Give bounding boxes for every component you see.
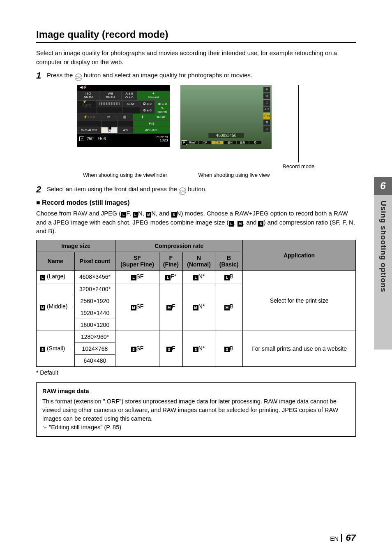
vf-ratio: 4:3 (118, 127, 134, 133)
lv-recordmode-strip: RAW ▢F ▢N ▨N ▨N ✪ (186, 140, 261, 146)
th-b: B (Basic) (215, 252, 243, 271)
lv-side-icons: ≋ ⚙ □ 4:3 ▢N ♻ ☺ (263, 87, 271, 147)
record-mode-arrow-label: Record mode (282, 163, 314, 169)
step-1-text-b: button and select an image quality for p… (84, 72, 252, 79)
row-m-px4: 1600×1200 (74, 319, 115, 331)
vf-natural: ✦ Natural (137, 91, 170, 100)
vf-blank5 (101, 120, 118, 127)
row-s-px3: 640×480 (74, 354, 115, 366)
step-2-text-a: Select an item using the front dial and … (47, 185, 179, 192)
vf-aelafl: AEL/AFL (134, 127, 170, 133)
vf-flash-auto: ⚡AUTO (77, 101, 97, 107)
lv-side-icon: 4:3 (263, 107, 270, 112)
record-mode-pointer: Record mode (282, 85, 314, 169)
th-compression: Compression rate (115, 240, 243, 252)
row-s-px1: 1280×960* (74, 331, 115, 343)
vf-blank6 (118, 120, 134, 127)
page-heading: Image quality (record mode) (36, 29, 356, 43)
cell-m-b: MB (215, 283, 243, 331)
row-large-px: 4608×3456* (74, 271, 115, 283)
vf-meter (97, 101, 123, 107)
lv-side-icon: ♻ (263, 120, 270, 125)
lv-chip: RAW (186, 141, 198, 144)
step-2-text-b: button. (188, 185, 207, 192)
vf-shutter: 250 (87, 137, 94, 141)
size-icon-l: L (121, 212, 126, 218)
vf-card: ▧ (117, 114, 133, 120)
vf-blank4 (77, 120, 101, 127)
th-name: Name (37, 252, 75, 271)
vf-blank2 (97, 107, 123, 113)
screenshots-row: ◀⚡ ISO AUTO WB AUTO A ± 0G ± 0 ✦ Natural… (36, 85, 356, 169)
row-large-name: L (Large) (37, 271, 75, 283)
vf-norm: ✎NORM (155, 107, 170, 113)
th-n: N (Normal) (182, 252, 215, 271)
chapter-number: 6 (374, 177, 392, 195)
vf-single: ▭ (101, 114, 117, 120)
caption-viewfinder: When shooting using the viewfinder (79, 172, 171, 179)
row-s-px2: 1024×768 (74, 343, 115, 354)
vf-info: ℹ (133, 114, 152, 120)
vf-recordmode-cell: L▢NN (101, 127, 118, 133)
cell-l-f: LF* (159, 271, 182, 283)
cell-s-n: SN* (182, 331, 215, 366)
th-application: Application (243, 240, 356, 271)
ok-icon: OK (75, 74, 82, 81)
vf-iso: ISO AUTO (77, 91, 99, 100)
raw-box-body: This format (extension ".ORF") stores un… (42, 398, 338, 422)
cell-l-b: LB (215, 271, 243, 283)
caption-liveview: When shooting using live view (188, 172, 280, 179)
row-small-name: S (Small) (37, 331, 75, 366)
liveview-panel: ≋ ⚙ □ 4:3 ▢N ♻ ☺ 4608x3456 P RAW ▢F ▢N ▨… (180, 85, 272, 149)
chapter-title: Using shooting options (379, 201, 387, 292)
lv-side-icon-active: ▢N (263, 113, 270, 119)
vf-ev: ⚙ ± 0 (140, 107, 155, 113)
cell-m-n: MN* (182, 283, 215, 331)
raw-info-box: RAW image data This format (extension ".… (36, 382, 356, 437)
lv-resolution-label: 4608x3456 (209, 133, 244, 138)
lv-chip: ▨N (237, 141, 249, 144)
cell-s-b: SB (215, 331, 243, 366)
lv-chip: ▨N (224, 141, 236, 144)
vf-flashcomp: ⚡± 0.0 (77, 114, 101, 120)
app-print: Select for the print size (243, 271, 356, 331)
lv-side-icon: ≋ (263, 87, 270, 93)
vf-shots: 1023 (157, 139, 168, 142)
step-number-2: 2 (36, 185, 47, 194)
intro-paragraph: Select an image quality for photographs … (36, 49, 356, 67)
record-mode-table: Image size Compression rate Application … (36, 240, 356, 367)
record-modes-intro: Choose from RAW and JPEG (LF, LN, MN, an… (36, 209, 356, 236)
vf-srgb: sRGB (152, 114, 170, 120)
viewfinder-panel: ◀⚡ ISO AUTO WB AUTO A ± 0G ± 0 ✦ Natural… (77, 85, 170, 147)
vf-blank3 (122, 107, 140, 113)
footer-lang: EN (330, 535, 339, 542)
th-f: F (Fine) (159, 252, 182, 271)
chapter-side-tab: 6 Using shooting options (374, 177, 392, 350)
vf-wb: WB AUTO (99, 91, 122, 100)
step-1: 1 Press the OK button and select an imag… (36, 71, 356, 81)
default-footnote: * Default (36, 369, 356, 376)
lv-side-icon: □ (263, 100, 270, 106)
row-middle-name: M (Middle) (37, 283, 75, 331)
page-footer: EN67 (330, 533, 356, 543)
footer-page-number: 67 (346, 533, 356, 543)
raw-box-link: "Editing still images" (P. 85) (47, 424, 121, 431)
vf-fn1: Fn1 (134, 120, 170, 127)
vf-s0: ✪ ± 0 (140, 101, 155, 107)
vf-c0: ◐ ± 0 (155, 101, 170, 107)
step-1-text-a: Press the (47, 72, 75, 79)
cell-l-sf: LSF (115, 271, 159, 283)
lv-chip: ✪ (249, 141, 261, 144)
lv-side-icon: ⚙ (263, 93, 270, 99)
lv-chip: ▢F (199, 141, 211, 144)
step-2: 2 Select an item using the front dial an… (36, 185, 356, 195)
cell-m-sf: MSF (115, 283, 159, 331)
vf-sis: S-IS AUTO (77, 127, 101, 133)
size-icon-s: S (171, 212, 177, 218)
record-modes-subhead: ■ Record modes (still images) (36, 199, 356, 206)
size-icon-s: S (258, 221, 263, 227)
step-number-1: 1 (36, 71, 47, 81)
ok-icon: OK (179, 188, 186, 195)
vf-blank1 (77, 107, 97, 113)
pointer-icon: ☞ (42, 424, 47, 432)
